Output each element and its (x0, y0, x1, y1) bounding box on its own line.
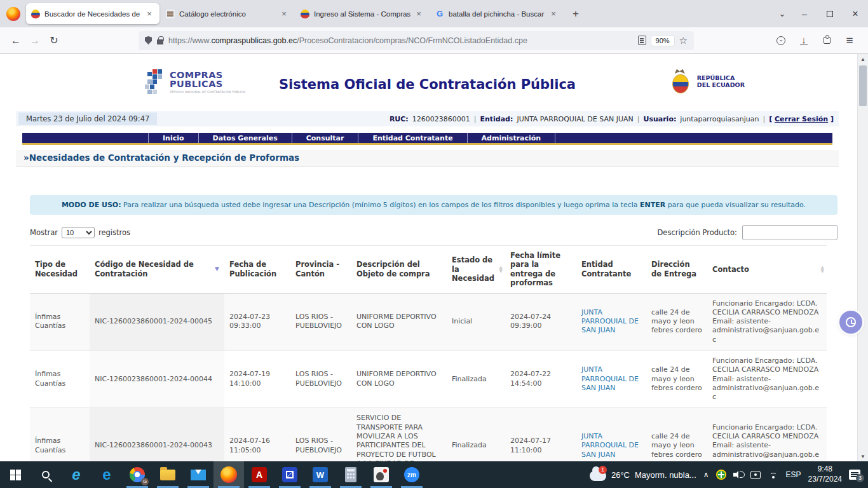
forward-button[interactable] (25, 31, 44, 50)
page-scrollbar[interactable] (857, 54, 868, 461)
separator (763, 115, 765, 123)
col-tipo-necesidad[interactable]: Tipo de Necesidad (30, 246, 90, 294)
clock-date: 23/7/2024 (808, 475, 842, 485)
col-descripcion-objeto[interactable]: Descripción del Objeto de compra (351, 246, 447, 294)
reload-button[interactable] (44, 31, 64, 50)
tracking-protection-shield-icon[interactable] (145, 36, 152, 44)
window-minimize-button[interactable] (792, 0, 817, 27)
cell-direccion: calle 24 de mayo y leon febres cordero (646, 293, 707, 350)
col-provincia-canton[interactable]: Provincia - Cantón (290, 246, 351, 294)
tab-close-icon[interactable] (414, 9, 424, 18)
nav-item-datos-generales[interactable]: Datos Generales (199, 133, 292, 143)
reader-mode-icon[interactable] (638, 36, 646, 45)
app-menu-icon[interactable] (840, 31, 859, 50)
cell-codigo: NIC-1260023860001-2024-00043 (90, 408, 224, 461)
meet-now-icon[interactable] (750, 471, 761, 479)
logout-link[interactable]: [ Cerrar Sesión ] (769, 115, 834, 123)
taskbar-scan-app[interactable] (275, 461, 305, 488)
col-codigo-necesidad[interactable]: Código de Necesidad de Contratación (90, 246, 224, 294)
needs-table: Tipo de Necesidad Código de Necesidad de… (30, 245, 827, 461)
taskbar-firefox[interactable] (214, 461, 244, 488)
nav-item-entidad-contratante[interactable]: Entidad Contratante (358, 133, 467, 143)
taskbar-java-app[interactable] (366, 461, 397, 488)
session-info: RUC: 1260023860001 Entidad: JUNTA PARROQ… (390, 115, 836, 123)
taskbar-acrobat[interactable]: A (244, 461, 275, 488)
window-maximize-button[interactable] (817, 0, 843, 27)
wifi-icon[interactable] (768, 470, 779, 479)
downloads-icon[interactable] (794, 31, 813, 50)
taskbar-search-button[interactable] (31, 461, 61, 488)
search-icon (42, 471, 50, 478)
col-fecha-publicacion[interactable]: Fecha de Publicación (224, 246, 290, 294)
taskbar-clock[interactable]: 9:48 23/7/2024 (808, 464, 842, 484)
col-contacto[interactable]: Contacto (707, 246, 827, 294)
date-session-bar: Martes 23 de Julio del 2024 09:47 RUC: 1… (16, 111, 839, 126)
taskbar-word[interactable]: W (305, 461, 336, 488)
col-direccion-entrega[interactable]: Dirección de Entrega (646, 246, 707, 294)
tray-overflow-chevron-icon[interactable] (703, 470, 709, 479)
sort-both-icon[interactable] (499, 265, 503, 273)
taskbar-file-explorer[interactable] (153, 461, 183, 488)
product-description-input[interactable] (742, 225, 837, 240)
volume-icon[interactable] (733, 470, 743, 479)
page-size-select[interactable]: 10 (62, 227, 95, 238)
clock-time: 9:48 (808, 464, 842, 475)
table-controls: Mostrar 10 registros Descripción Product… (30, 225, 837, 240)
scrollbar-thumb[interactable] (859, 65, 867, 106)
firefox-icon (220, 466, 237, 483)
weather-widget[interactable]: 1 26°C Mayorm. nubla... (587, 468, 696, 481)
tab-ingreso-sistema[interactable]: Ingreso al Sistema - Compras P (295, 3, 429, 24)
tab-catalogo-electronico[interactable]: Catálogo electrónico (161, 3, 294, 24)
nav-item-consultar[interactable]: Consultar (292, 133, 359, 143)
sort-desc-icon[interactable] (215, 266, 219, 273)
action-center-icon[interactable]: 3 (849, 470, 860, 480)
taskbar-edge[interactable]: e (92, 461, 122, 488)
tab-title: Buscador de Necesidades de Co (44, 10, 142, 18)
list-all-tabs-icon[interactable] (773, 9, 792, 18)
antivirus-tray-icon[interactable] (716, 470, 726, 480)
cell-tipo: Ínfimas Cuantías (30, 293, 90, 350)
col-entidad-contratante[interactable]: Entidad Contratante (576, 246, 646, 294)
taskbar-zoom[interactable]: zm (397, 461, 427, 488)
taskbar-mail[interactable] (183, 461, 214, 488)
taskbar-internet-explorer[interactable]: e (61, 461, 92, 488)
nav-item-inicio[interactable]: Inicio (148, 133, 199, 143)
google-favicon: G (435, 10, 444, 18)
start-button[interactable] (0, 461, 31, 488)
cell-codigo: NIC-1260023860001-2024-00045 (90, 293, 224, 350)
url-bar[interactable]: https://www.compraspublicas.gob.ec/Proce… (139, 31, 694, 50)
nav-item-administracion[interactable]: Administración (468, 133, 556, 143)
extensions-icon[interactable] (817, 31, 836, 50)
entity-link[interactable]: JUNTA PARROQUIAL DE SAN JUAN (581, 308, 639, 335)
show-label: Mostrar (30, 228, 58, 237)
col-fecha-limite[interactable]: Fecha límite para la entrega de proforma… (505, 246, 576, 294)
sort-both-icon[interactable] (821, 265, 824, 273)
timer-extension-widget[interactable] (839, 311, 862, 334)
window-close-button[interactable] (843, 0, 868, 27)
tab-buscador-necesidades[interactable]: Buscador de Necesidades de Co (26, 3, 159, 24)
cell-direccion: calle 24 de mayo y leon febres cordero (646, 350, 707, 407)
col-estado-necesidad[interactable]: Estado de la Necesidad (447, 246, 505, 294)
entity-link[interactable]: JUNTA PARROQUIAL DE SAN JUAN (581, 365, 639, 392)
scroll-up-arrow-icon[interactable] (858, 54, 868, 64)
page-zoom-indicator[interactable]: 90% (651, 36, 674, 46)
new-tab-button[interactable] (573, 8, 579, 20)
cell-provincia: LOS RIOS - PUEBLOVIEJO (290, 350, 351, 407)
taskbar-calculator[interactable] (336, 461, 366, 488)
tab-close-icon[interactable] (279, 9, 289, 18)
tab-close-icon[interactable] (144, 9, 154, 18)
entity-link[interactable]: JUNTA PARROQUIAL DE SAN JUAN (581, 432, 639, 459)
taskbar-chrome[interactable]: G (122, 461, 153, 488)
edge-icon: e (102, 467, 111, 482)
url-text[interactable]: https://www.compraspublicas.gob.ec/Proce… (168, 36, 633, 45)
pocket-icon[interactable] (771, 31, 790, 50)
back-button[interactable] (6, 31, 25, 50)
https-lock-icon[interactable] (157, 39, 163, 44)
ecuador-coat-of-arms-icon (667, 67, 693, 96)
scroll-down-arrow-icon[interactable] (858, 451, 868, 461)
bookmark-star-icon[interactable] (679, 35, 688, 46)
mail-icon (191, 470, 206, 480)
tab-close-icon[interactable] (548, 9, 559, 18)
tab-google-search[interactable]: G batalla del pichincha - Buscar co (430, 3, 564, 24)
language-indicator[interactable]: ESP (786, 470, 801, 479)
